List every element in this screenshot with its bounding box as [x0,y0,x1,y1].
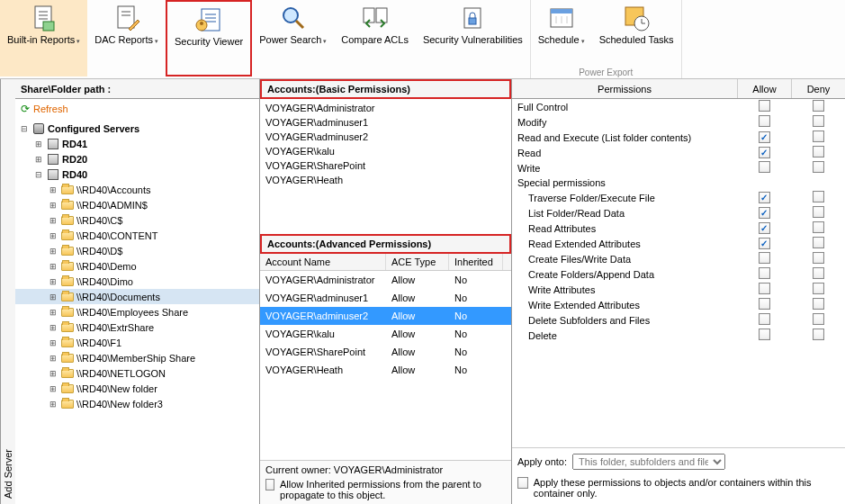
server-tree[interactable]: ⊟Configured Servers⊞RD41⊞RD20⊟RD40⊞\\RD4… [15,119,259,504]
tree-toggle-icon[interactable]: ⊞ [48,185,58,194]
tree-toggle-icon[interactable]: ⊞ [48,216,58,225]
deny-checkbox[interactable] [813,146,824,158]
allow-checkbox[interactable] [759,313,770,325]
tree-node[interactable]: ⊞\\RD40\NETLOGON [15,365,259,381]
tree-toggle-icon[interactable]: ⊞ [48,400,58,409]
scheduled-tasks-button[interactable]: Scheduled Tasks [592,0,681,67]
deny-checkbox[interactable] [813,298,824,310]
allow-checkbox[interactable] [759,147,770,158]
dac-reports-button[interactable]: DAC Reports▾ [87,0,166,76]
tree-toggle-icon[interactable]: ⊞ [48,323,58,332]
deny-checkbox[interactable] [813,206,824,218]
account-advanced-row[interactable]: VOYAGER\adminuser1AllowNo [260,289,511,307]
allow-checkbox[interactable] [759,298,770,310]
deny-checkbox[interactable] [813,328,824,340]
tree-toggle-icon[interactable]: ⊞ [48,201,58,210]
tree-toggle-icon[interactable]: ⊞ [48,384,58,393]
col-account-name[interactable]: Account Name [260,254,386,270]
col-inherited[interactable]: Inherited [449,254,503,270]
schedule-button[interactable]: Schedule▾ [531,0,592,67]
allow-checkbox[interactable] [759,267,770,279]
deny-checkbox[interactable] [813,283,824,294]
tree-node[interactable]: ⊟RD40 [15,166,259,182]
allow-checkbox[interactable] [759,222,770,234]
tree-node[interactable]: ⊟Configured Servers [15,121,259,136]
tree-toggle-icon[interactable]: ⊞ [48,354,58,363]
allow-checkbox[interactable] [759,238,770,249]
tree-toggle-icon[interactable]: ⊞ [33,155,44,164]
power-search-button[interactable]: Power Search▾ [252,0,334,76]
apply-onto-select[interactable]: This folder, subfolders and file [572,454,725,470]
tree-toggle-icon[interactable]: ⊞ [48,231,58,240]
tree-toggle-icon[interactable]: ⊞ [48,277,58,286]
deny-checkbox[interactable] [813,130,824,142]
tree-node[interactable]: ⊞\\RD40\F1 [15,335,259,350]
account-basic-item[interactable]: VOYAGER\SharePoint [265,158,506,173]
tree-node[interactable]: ⊞\\RD40\MemberShip Share [15,350,259,365]
apply-scope-checkbox[interactable] [517,477,528,489]
tree-node[interactable]: ⊞\\RD40\ExtrShare [15,320,259,335]
allow-checkbox[interactable] [759,252,770,264]
account-advanced-row[interactable]: VOYAGER\AdministratorAllowNo [260,271,511,289]
account-basic-item[interactable]: VOYAGER\Administrator [265,101,506,115]
allow-checkbox[interactable] [759,283,770,294]
account-basic-item[interactable]: VOYAGER\kalu [265,144,506,158]
refresh-button[interactable]: ⟳ Refresh [15,99,259,119]
tree-item-label: \\RD40\Demo [76,261,137,272]
account-advanced-row[interactable]: VOYAGER\adminuser2AllowNo [260,307,511,325]
account-basic-item[interactable]: VOYAGER\adminuser1 [265,115,506,130]
allow-checkbox[interactable] [759,192,770,203]
tree-toggle-icon[interactable]: ⊞ [48,308,58,317]
account-advanced-row[interactable]: VOYAGER\HeathAllowNo [260,361,511,379]
tree-toggle-icon[interactable]: ⊞ [48,262,58,271]
deny-checkbox[interactable] [813,161,824,173]
tree-toggle-icon[interactable]: ⊞ [48,338,58,347]
deny-checkbox[interactable] [813,252,824,264]
account-basic-item[interactable]: VOYAGER\Heath [265,173,506,187]
builtin-reports-button[interactable]: Built-in Reports▾ [0,0,87,76]
allow-checkbox[interactable] [759,100,770,112]
tree-node[interactable]: ⊞\\RD40\D$ [15,243,259,258]
tree-toggle-icon[interactable]: ⊞ [48,292,58,302]
tree-node[interactable]: ⊞\\RD40\Documents [15,289,259,304]
cell-name: VOYAGER\kalu [260,327,386,341]
allow-checkbox[interactable] [759,207,770,219]
add-server-sidetab[interactable]: Add Server [0,79,15,504]
tree-node[interactable]: ⊞\\RD40\New folder3 [15,396,259,411]
allow-checkbox[interactable] [759,115,770,127]
deny-checkbox[interactable] [813,237,824,248]
tree-toggle-icon[interactable]: ⊞ [48,369,58,378]
tree-node[interactable]: ⊞\\RD40\ADMIN$ [15,197,259,212]
security-viewer-button[interactable]: Security Viewer [166,0,252,76]
tree-node[interactable]: ⊞\\RD40\Employees Share [15,304,259,320]
tree-node[interactable]: ⊞\\RD40\Accounts [15,182,259,197]
deny-checkbox[interactable] [813,267,824,279]
compare-acls-button[interactable]: Compare ACLs [334,0,416,76]
col-ace-type[interactable]: ACE Type [386,254,449,270]
tree-node[interactable]: ⊞\\RD40\C$ [15,212,259,228]
tree-node[interactable]: ⊞\\RD40\Dimo [15,274,259,289]
tree-toggle-icon[interactable]: ⊟ [19,124,30,133]
tree-toggle-icon[interactable]: ⊟ [33,170,44,179]
account-advanced-row[interactable]: VOYAGER\kaluAllowNo [260,325,511,343]
allow-checkbox[interactable] [759,131,770,143]
allow-checkbox[interactable] [759,161,770,173]
allow-checkbox[interactable] [759,328,770,340]
deny-checkbox[interactable] [813,313,824,325]
deny-checkbox[interactable] [813,191,824,202]
deny-checkbox[interactable] [813,115,824,127]
account-basic-item[interactable]: VOYAGER\adminuser2 [265,130,506,144]
account-advanced-row[interactable]: VOYAGER\SharePointAllowNo [260,343,511,361]
tree-node[interactable]: ⊞\\RD40\Demo [15,258,259,274]
deny-checkbox[interactable] [813,100,824,112]
tree-item-label: \\RD40\ExtrShare [76,322,154,333]
tree-toggle-icon[interactable]: ⊞ [33,140,44,148]
tree-toggle-icon[interactable]: ⊞ [48,247,58,256]
tree-node[interactable]: ⊞RD41 [15,136,259,151]
tree-node[interactable]: ⊞RD20 [15,151,259,166]
tree-node[interactable]: ⊞\\RD40\New folder [15,381,259,396]
deny-checkbox[interactable] [813,221,824,233]
inherit-checkbox[interactable] [265,479,274,490]
tree-node[interactable]: ⊞\\RD40\CONTENT [15,228,259,243]
security-vulnerabilities-button[interactable]: Security Vulnerabilities [416,0,530,76]
